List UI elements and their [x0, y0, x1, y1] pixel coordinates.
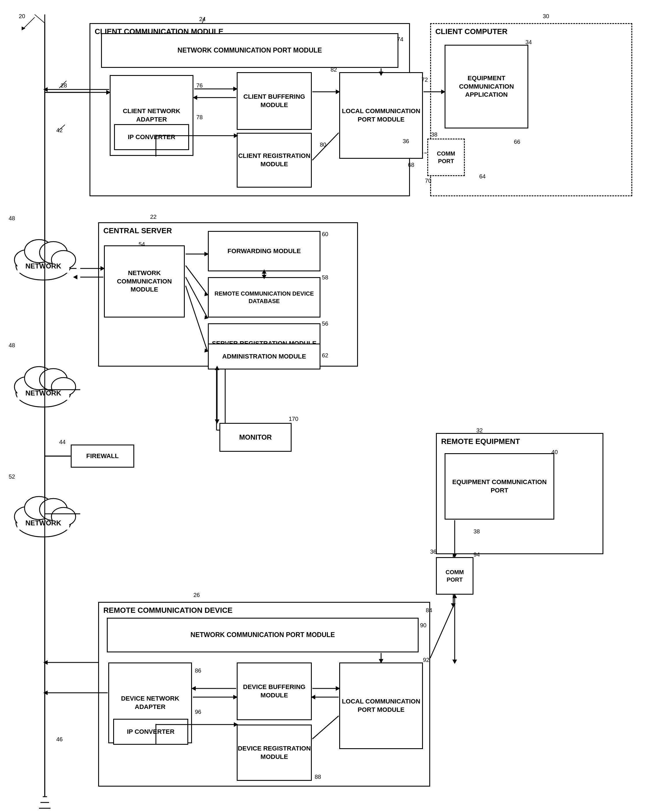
ref20-arrow	[17, 15, 41, 37]
comm-port-top: COMM PORT	[427, 138, 465, 176]
ref-58: 58	[322, 274, 328, 281]
svg-line-72	[202, 17, 205, 23]
svg-marker-64	[43, 660, 48, 665]
ref-80: 80	[320, 142, 326, 148]
ref-74: 74	[397, 36, 403, 43]
firewall-box: FIREWALL	[71, 444, 134, 468]
svg-text:NETWORK: NETWORK	[25, 262, 62, 270]
ref-44: 44	[59, 439, 65, 446]
network-cloud-mid: NETWORK	[7, 347, 80, 410]
forwarding-module: FORWARDING MODULE	[208, 231, 321, 271]
ref-42: 42	[56, 127, 63, 133]
svg-line-69	[430, 606, 453, 658]
ref-34: 34	[526, 39, 532, 46]
ref-70: 70	[425, 177, 431, 184]
ref-36-mid: 36	[430, 548, 436, 555]
ref-86: 86	[195, 667, 201, 674]
ref-170: 170	[289, 416, 298, 422]
ip-converter-top: IP CONVERTER	[114, 124, 189, 150]
svg-line-70	[23, 17, 35, 29]
device-registration-module: DEVICE REGISTRATION MODULE	[237, 724, 312, 781]
ref-64: 64	[479, 173, 486, 180]
svg-marker-53	[451, 603, 456, 608]
local-comm-port-module-top: LOCAL COMMUNICATION PORT MODULE	[339, 72, 423, 159]
ref-48a: 48	[9, 215, 15, 222]
ref-76: 76	[196, 82, 203, 89]
diagram: 20 CLIENT COMMUNICATION MODULE 24 CLIENT…	[0, 0, 664, 812]
network-cloud-bot: NETWORK	[7, 476, 80, 540]
svg-marker-129	[215, 420, 220, 424]
ref-46: 46	[56, 736, 63, 743]
ref-52: 52	[9, 474, 15, 480]
svg-text:NETWORK: NETWORK	[25, 389, 62, 397]
ref-56: 56	[322, 321, 328, 327]
svg-text:NETWORK: NETWORK	[25, 519, 62, 527]
ref-66: 66	[514, 138, 520, 145]
comm-port-bot: COMM PORT	[436, 557, 474, 595]
ref24-line	[201, 16, 209, 24]
equipment-comm-port: EQUIPMENT COMMUNICATION PORT	[444, 453, 554, 519]
ref-28: 28	[61, 82, 67, 89]
network-comm-port-module-bot: NETWORK COMMUNICATION PORT MODULE	[107, 618, 418, 653]
ref-88: 88	[315, 774, 321, 780]
remote-comm-device-db: REMOTE COMMUNICATION DEVICE DATABASE	[208, 277, 321, 317]
equipment-comm-application: EQUIPMENT COMMUNICATION APPLICATION	[444, 45, 528, 129]
ref-72: 72	[422, 76, 428, 83]
ref-38-mid: 38	[474, 528, 480, 535]
ref-30: 30	[543, 13, 549, 20]
network-cloud-top: NETWORK	[7, 220, 80, 283]
client-computer-label: CLIENT COMPUTER	[435, 27, 508, 37]
ref-82: 82	[330, 67, 337, 73]
device-buffering-module: DEVICE BUFFERING MODULE	[237, 662, 312, 720]
ref-54: 54	[138, 241, 145, 248]
ref-48b: 48	[9, 342, 15, 349]
svg-marker-137	[452, 660, 457, 664]
ref-22: 22	[150, 213, 156, 220]
central-server-label: CENTRAL SERVER	[103, 226, 172, 236]
ref-36-top: 36	[403, 138, 409, 145]
ref-94: 94	[474, 551, 480, 558]
ip-converter-bot: IP CONVERTER	[113, 719, 188, 745]
ref-62: 62	[322, 352, 328, 359]
ref-26: 26	[194, 592, 200, 599]
svg-marker-112	[43, 87, 48, 92]
ref-40: 40	[552, 449, 558, 456]
client-buffering-module: CLIENT BUFFERING MODULE	[237, 72, 312, 130]
ref-90: 90	[420, 622, 426, 629]
svg-marker-148	[43, 690, 48, 695]
ref-78: 78	[196, 114, 203, 120]
monitor-box: MONITOR	[220, 423, 291, 452]
ref-92: 92	[423, 657, 429, 663]
ref-68: 68	[408, 162, 414, 168]
ref-60: 60	[322, 231, 328, 238]
network-comm-module: NETWORK COMMUNICATION MODULE	[104, 246, 185, 317]
remote-comm-device-label: REMOTE COMMUNICATION DEVICE	[103, 605, 233, 615]
client-registration-module: CLIENT REGISTRATION MODULE	[237, 133, 312, 188]
network-comm-port-module-top: NETWORK COMMUNICATION PORT MODULE	[101, 33, 399, 68]
administration-module-vis: ADMINISTRATION MODULE	[208, 343, 321, 369]
ref-96: 96	[195, 709, 201, 715]
ref-84: 84	[426, 607, 432, 614]
remote-equipment-label: REMOTE EQUIPMENT	[441, 437, 520, 447]
ref-38-top: 38	[431, 131, 437, 138]
ref-32: 32	[476, 427, 483, 434]
local-comm-port-module-bot: LOCAL COMMUNICATION PORT MODULE	[339, 662, 423, 749]
